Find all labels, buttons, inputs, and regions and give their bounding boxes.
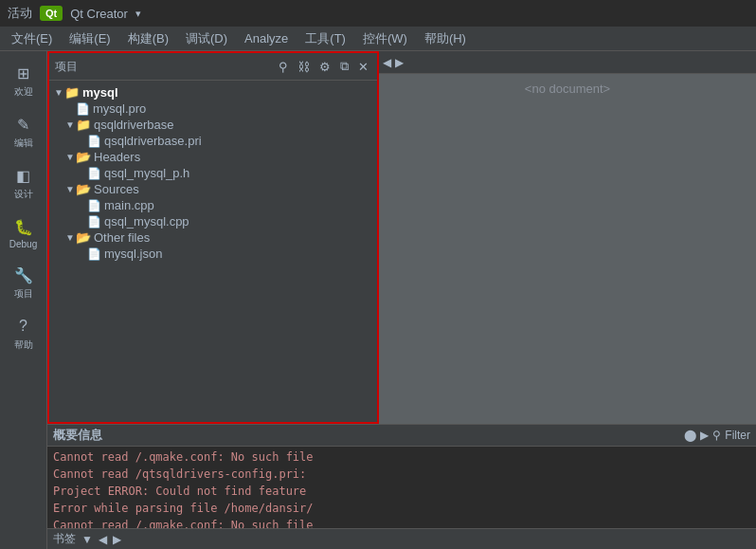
panel-row: 项目 ⚲ ⛓ ⚙ ⧉ ✕ ▼ 📁 mysql (47, 51, 756, 424)
filter-btn[interactable]: ⚲ (276, 59, 291, 75)
editor-panel: ◀ ▶ <no document> (379, 51, 756, 424)
bottom-bar: 书签 ▼ ◀ ▶ (47, 528, 756, 549)
bottom-nav-right[interactable]: ▶ (113, 533, 121, 546)
tree-arrow-other-files: ▼ (64, 232, 76, 243)
filter-label: Filter (725, 429, 750, 442)
bottom-bar-label: 书签 (53, 531, 76, 547)
tree-arrow-mysql: ▼ (53, 87, 64, 98)
nav-info-fwd[interactable]: ▶ (700, 429, 709, 442)
tree-item-main-cpp[interactable]: 📄 main.cpp (49, 197, 377, 213)
file-icon-pro: 📄 (76, 102, 90, 116)
welcome-icon: ⊞ (13, 63, 34, 83)
tree-arrow-qsqldriverbase: ▼ (64, 119, 76, 130)
sidebar-label-help: 帮助 (14, 339, 33, 352)
folder-icon-qsqldriverbase: 📁 (76, 118, 91, 132)
menu-edit[interactable]: 编辑(E) (62, 27, 117, 50)
tree-label-other-files: Other files (94, 230, 150, 245)
info-panel-search: ⬤ ▶ ⚲ Filter (684, 429, 750, 442)
settings-btn[interactable]: ⚙ (316, 59, 333, 75)
tree-label-ph: qsql_mysql_p.h (104, 166, 189, 180)
filter-icon: ⚲ (712, 429, 721, 442)
sidebar-label-welcome: 欢迎 (14, 85, 33, 99)
editor-toolbar: ◀ ▶ (379, 51, 756, 74)
qt-logo-text: Qt (45, 8, 57, 19)
sidebar-label-project: 项目 (14, 287, 33, 301)
nav-info-back[interactable]: ⬤ (684, 429, 696, 442)
project-panel: 项目 ⚲ ⛓ ⚙ ⧉ ✕ ▼ 📁 mysql (47, 51, 379, 424)
menu-analyze[interactable]: Analyze (237, 28, 296, 48)
project-icon: 🔧 (13, 265, 34, 285)
tree-item-mysql-pro[interactable]: 📄 mysql.pro (49, 101, 377, 117)
sidebar-label-debug: Debug (9, 239, 37, 249)
tree-view: ▼ 📁 mysql 📄 mysql.pro ▼ (49, 81, 377, 422)
menu-bar: 文件(E) 编辑(E) 构建(B) 调试(D) Analyze 工具(T) 控件… (0, 27, 756, 51)
title-dropdown-arrow[interactable]: ▾ (135, 8, 141, 20)
nav-back-btn[interactable]: ◀ (383, 56, 391, 69)
tree-item-qsql-mysql-cpp[interactable]: 📄 qsql_mysql.cpp (49, 213, 377, 229)
info-msg-0: Cannot read /.qmake.conf: No such file (53, 448, 750, 466)
tree-label-sources: Sources (94, 182, 139, 196)
tree-item-qsqldriverbase-pri[interactable]: 📄 qsqldriverbase.pri (49, 133, 377, 149)
tree-item-headers[interactable]: ▼ 📂 Headers (49, 149, 377, 165)
tree-label-qsql-mysql-cpp: qsql_mysql.cpp (104, 214, 189, 229)
info-content: Cannot read /.qmake.conf: No such file C… (47, 447, 756, 528)
activity-label[interactable]: 活动 (8, 5, 32, 22)
debug-icon: 🐛 (13, 216, 34, 237)
tree-arrow-headers: ▼ (64, 152, 76, 162)
menu-build[interactable]: 构建(B) (120, 27, 176, 50)
bottom-nav-down[interactable]: ▼ (81, 533, 93, 546)
bottom-nav-left[interactable]: ◀ (99, 533, 107, 546)
folder-icon-headers: 📂 (76, 150, 91, 164)
tree-label-mysql: mysql (82, 85, 118, 100)
sidebar-item-design[interactable]: ◧ 设计 (0, 157, 46, 209)
info-panel-header: 概要信息 ⬤ ▶ ⚲ Filter (47, 425, 756, 447)
menu-help[interactable]: 帮助(H) (417, 27, 474, 50)
file-icon-mysql-json: 📄 (87, 247, 101, 261)
file-icon-qsql-mysql-cpp: 📄 (87, 215, 101, 229)
info-panel-title: 概要信息 (53, 427, 102, 444)
design-icon: ◧ (13, 165, 34, 186)
folder-icon-other-files: 📂 (76, 230, 91, 245)
info-msg-2: Project ERROR: Could not find feature (53, 483, 750, 500)
app-name: Qt Creator (70, 7, 128, 21)
tree-label-mysql-json: mysql.json (104, 247, 162, 261)
file-icon-h: 📄 (87, 167, 101, 180)
menu-file[interactable]: 文件(E) (4, 27, 60, 50)
info-msg-3: Error while parsing file /home/dansir/ (53, 500, 750, 517)
tree-label-mysql-pro: mysql.pro (93, 101, 146, 116)
sidebar-item-help[interactable]: ? 帮助 (0, 308, 46, 359)
title-bar: 活动 Qt Qt Creator ▾ (0, 0, 756, 27)
tree-label-qsqldriverbase: qsqldriverbase (94, 118, 174, 132)
menu-controls[interactable]: 控件(W) (355, 27, 415, 50)
info-panel: 概要信息 ⬤ ▶ ⚲ Filter Cannot read /.qmake.co… (47, 424, 756, 528)
nav-fwd-btn[interactable]: ▶ (395, 56, 404, 69)
tree-item-qsqldriverbase[interactable]: ▼ 📁 qsqldriverbase (49, 117, 377, 133)
tree-label-headers: Headers (94, 150, 140, 164)
tree-item-qsql-mysql-ph[interactable]: 📄 qsql_mysql_p.h (49, 165, 377, 181)
no-doc-label: <no document> (525, 82, 610, 96)
tree-item-other-files[interactable]: ▼ 📂 Other files (49, 229, 377, 246)
main-layout: ⊞ 欢迎 ✎ 编辑 ◧ 设计 🐛 Debug 🔧 项目 ? 帮助 (0, 51, 756, 549)
help-icon: ? (13, 316, 34, 337)
sidebar-item-welcome[interactable]: ⊞ 欢迎 (0, 55, 46, 106)
sidebar-item-debug[interactable]: 🐛 Debug (0, 209, 46, 257)
content-area: 项目 ⚲ ⛓ ⚙ ⧉ ✕ ▼ 📁 mysql (47, 51, 756, 549)
tree-item-sources[interactable]: ▼ 📂 Sources (49, 181, 377, 197)
close-btn[interactable]: ✕ (355, 59, 371, 75)
sidebar-label-edit: 编辑 (14, 137, 33, 150)
qt-logo: Qt (40, 6, 63, 21)
info-msg-4: Cannot read /.qmake.conf: No such file (53, 517, 750, 528)
expand-btn[interactable]: ⧉ (337, 58, 351, 75)
editor-no-doc: <no document> (379, 74, 756, 424)
tree-item-mysql-json[interactable]: 📄 mysql.json (49, 246, 377, 262)
project-panel-header: 项目 ⚲ ⛓ ⚙ ⧉ ✕ (49, 53, 377, 81)
sidebar-item-project[interactable]: 🔧 项目 (0, 257, 46, 308)
link-btn[interactable]: ⛓ (295, 59, 313, 75)
menu-tools[interactable]: 工具(T) (297, 27, 353, 50)
sidebar-item-edit[interactable]: ✎ 编辑 (0, 106, 46, 157)
project-panel-title: 项目 (55, 59, 78, 75)
tree-item-mysql[interactable]: ▼ 📁 mysql (49, 84, 377, 101)
folder-icon-sources: 📂 (76, 182, 91, 196)
menu-debug[interactable]: 调试(D) (178, 27, 235, 50)
tree-label-pri: qsqldriverbase.pri (104, 134, 202, 148)
